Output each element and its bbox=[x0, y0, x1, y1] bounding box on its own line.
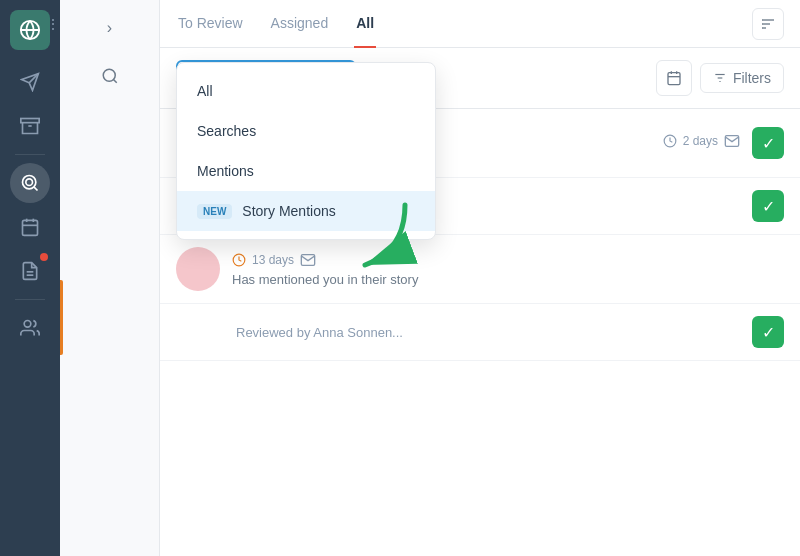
calendar-button[interactable] bbox=[656, 60, 692, 96]
check-button[interactable]: ✓ bbox=[752, 127, 784, 159]
dropdown-menu: All Searches Mentions NEW Story Mentions bbox=[176, 62, 436, 240]
new-badge: NEW bbox=[197, 204, 232, 219]
check-button[interactable]: ✓ bbox=[752, 190, 784, 222]
dropdown-item-all[interactable]: All bbox=[177, 71, 435, 111]
list-item: Reviewed by Anna Sonnen... ✓ bbox=[160, 304, 800, 361]
sidebar-item-team[interactable] bbox=[10, 308, 50, 348]
item-info: 13 days Has mentioned you in their story bbox=[232, 252, 784, 287]
svg-rect-20 bbox=[668, 73, 680, 85]
sidebar-item-search-globe[interactable] bbox=[10, 163, 50, 203]
expand-chevron[interactable]: › bbox=[94, 12, 126, 44]
svg-rect-8 bbox=[23, 220, 38, 235]
tab-assigned[interactable]: Assigned bbox=[269, 0, 331, 48]
tab-to-review[interactable]: To Review bbox=[176, 0, 245, 48]
tab-bar: To Review Assigned All bbox=[160, 0, 800, 48]
app-logo[interactable] bbox=[10, 10, 50, 50]
clock-icon bbox=[232, 253, 246, 267]
item-meta: 13 days bbox=[232, 252, 784, 268]
check-button-2[interactable]: ✓ bbox=[752, 316, 784, 348]
reviewed-text-2: Reviewed by Anna Sonnen... bbox=[236, 325, 740, 340]
dropdown-item-searches[interactable]: Searches bbox=[177, 111, 435, 151]
dropdown-item-story-mentions-label: Story Mentions bbox=[242, 203, 335, 219]
item-text-2: Has mentioned you in their story bbox=[232, 272, 784, 287]
sidebar: ⋮ bbox=[0, 0, 60, 556]
svg-point-15 bbox=[103, 69, 115, 81]
dropdown-item-all-label: All bbox=[197, 83, 213, 99]
dropdown-item-story-mentions[interactable]: NEW Story Mentions bbox=[177, 191, 435, 231]
search-button[interactable] bbox=[94, 60, 126, 92]
svg-point-14 bbox=[24, 321, 31, 328]
secondary-sidebar: › bbox=[60, 0, 160, 556]
item-right: 2 days bbox=[663, 133, 740, 153]
svg-line-7 bbox=[34, 187, 38, 191]
svg-point-5 bbox=[23, 176, 36, 189]
sidebar-item-inbox[interactable] bbox=[10, 106, 50, 146]
orange-indicator bbox=[60, 300, 63, 355]
svg-rect-3 bbox=[21, 119, 39, 123]
sidebar-item-send[interactable] bbox=[10, 62, 50, 102]
svg-point-6 bbox=[26, 179, 33, 186]
time-label: 2 days bbox=[683, 134, 718, 148]
filters-label: Filters bbox=[733, 70, 771, 86]
more-options-icon[interactable]: ⋮ bbox=[46, 16, 60, 32]
item-info: Reviewed by Anna Sonnen... bbox=[236, 325, 740, 340]
list-item: 13 days Has mentioned you in their story bbox=[160, 235, 800, 304]
svg-line-16 bbox=[113, 79, 116, 82]
time-label-2: 13 days bbox=[252, 253, 294, 267]
avatar bbox=[176, 247, 220, 291]
main-content: To Review Assigned All Story Mentions ▲ … bbox=[160, 0, 800, 556]
sidebar-item-report[interactable] bbox=[10, 251, 50, 291]
mail-icon bbox=[724, 133, 740, 149]
tab-all[interactable]: All bbox=[354, 0, 376, 48]
dropdown-item-mentions[interactable]: Mentions bbox=[177, 151, 435, 191]
mail-icon-2 bbox=[300, 252, 316, 268]
notification-badge bbox=[40, 253, 48, 261]
dropdown-item-mentions-label: Mentions bbox=[197, 163, 254, 179]
clock-icon bbox=[663, 134, 677, 148]
item-meta: 2 days bbox=[663, 133, 740, 149]
sidebar-item-calendar[interactable] bbox=[10, 207, 50, 247]
dropdown-item-searches-label: Searches bbox=[197, 123, 256, 139]
sort-button[interactable] bbox=[752, 8, 784, 40]
filters-button[interactable]: Filters bbox=[700, 63, 784, 93]
